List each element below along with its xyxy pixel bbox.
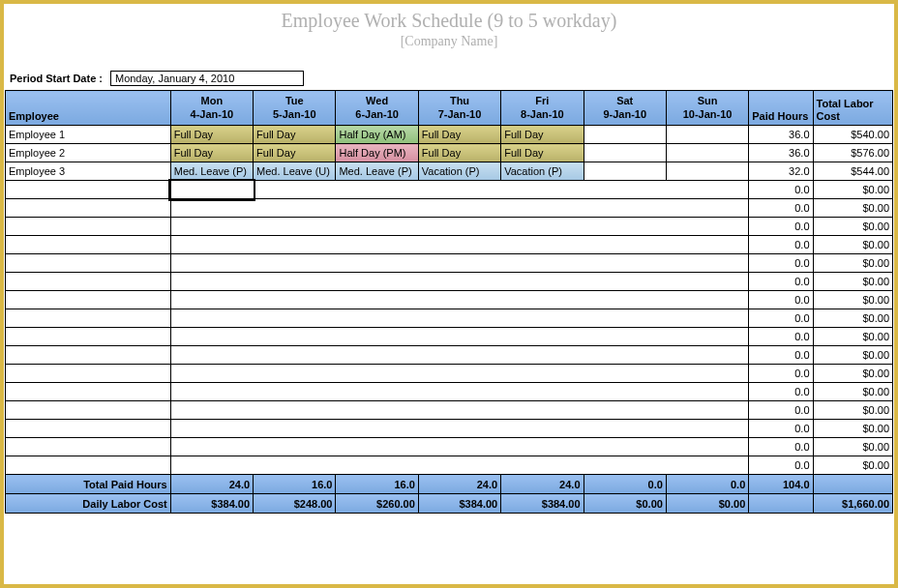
paid-hours-cell[interactable]: 0.0 xyxy=(749,346,813,365)
schedule-cell[interactable] xyxy=(666,162,748,181)
schedule-cell[interactable] xyxy=(170,420,253,438)
schedule-cell[interactable] xyxy=(418,346,500,365)
schedule-cell[interactable] xyxy=(336,456,418,475)
schedule-cell[interactable] xyxy=(666,401,748,420)
paid-hours-cell[interactable]: 0.0 xyxy=(749,328,813,346)
schedule-cell[interactable] xyxy=(254,420,336,438)
schedule-cell[interactable] xyxy=(418,199,500,218)
labor-cost-cell[interactable]: $544.00 xyxy=(813,162,892,181)
schedule-cell[interactable] xyxy=(254,456,336,475)
period-start-date-input[interactable]: Monday, January 4, 2010 xyxy=(110,71,304,86)
schedule-cell[interactable]: Full Day xyxy=(418,126,500,144)
labor-cost-cell[interactable]: $0.00 xyxy=(813,346,892,365)
total-cell[interactable]: 16.0 xyxy=(254,475,336,494)
labor-cost-cell[interactable]: $0.00 xyxy=(813,456,892,475)
schedule-cell[interactable] xyxy=(584,162,666,181)
total-cell[interactable]: 0.0 xyxy=(666,475,748,494)
schedule-cell[interactable] xyxy=(336,383,418,401)
schedule-cell[interactable] xyxy=(254,365,336,383)
schedule-cell[interactable] xyxy=(254,236,336,254)
schedule-cell[interactable] xyxy=(170,438,253,456)
total-cell[interactable]: 24.0 xyxy=(170,475,253,494)
col-labor-cost[interactable]: Total Labor Cost xyxy=(813,91,892,126)
schedule-cell[interactable] xyxy=(170,383,253,401)
schedule-cell[interactable] xyxy=(666,328,748,346)
schedule-cell[interactable] xyxy=(666,273,748,291)
schedule-cell[interactable] xyxy=(666,291,748,309)
schedule-cell[interactable] xyxy=(418,291,500,309)
schedule-cell[interactable] xyxy=(584,438,666,456)
total-cell[interactable]: $248.00 xyxy=(254,494,336,514)
schedule-cell[interactable]: Vacation (P) xyxy=(418,162,500,181)
schedule-cell[interactable] xyxy=(418,236,500,254)
schedule-cell[interactable]: Full Day xyxy=(254,126,336,144)
employee-name-cell[interactable] xyxy=(6,236,171,254)
paid-hours-cell[interactable]: 0.0 xyxy=(749,236,813,254)
schedule-cell[interactable] xyxy=(254,218,336,236)
schedule-cell[interactable] xyxy=(584,401,666,420)
schedule-cell[interactable] xyxy=(254,383,336,401)
schedule-cell[interactable] xyxy=(666,383,748,401)
schedule-cell[interactable] xyxy=(501,199,584,218)
schedule-cell[interactable] xyxy=(666,181,748,199)
schedule-cell[interactable] xyxy=(170,309,253,328)
schedule-cell[interactable] xyxy=(336,291,418,309)
total-cell[interactable]: $1,660.00 xyxy=(813,494,892,514)
schedule-cell[interactable] xyxy=(254,199,336,218)
schedule-cell[interactable] xyxy=(666,420,748,438)
col-thu[interactable]: Thu7-Jan-10 xyxy=(418,91,500,126)
schedule-cell[interactable] xyxy=(501,273,584,291)
employee-name-cell[interactable]: Employee 1 xyxy=(6,126,171,144)
schedule-cell[interactable] xyxy=(418,273,500,291)
employee-name-cell[interactable] xyxy=(6,218,171,236)
col-tue[interactable]: Tue5-Jan-10 xyxy=(254,91,336,126)
schedule-cell[interactable]: Med. Leave (P) xyxy=(336,162,418,181)
schedule-cell[interactable] xyxy=(254,291,336,309)
schedule-cell[interactable] xyxy=(336,254,418,273)
schedule-cell[interactable] xyxy=(254,438,336,456)
schedule-cell[interactable] xyxy=(170,199,253,218)
schedule-cell[interactable] xyxy=(418,218,500,236)
schedule-cell[interactable]: Full Day xyxy=(418,144,500,162)
schedule-cell[interactable] xyxy=(584,420,666,438)
schedule-cell[interactable] xyxy=(336,273,418,291)
schedule-cell[interactable] xyxy=(666,365,748,383)
labor-cost-cell[interactable]: $0.00 xyxy=(813,254,892,273)
schedule-cell[interactable] xyxy=(254,181,336,199)
schedule-cell[interactable] xyxy=(584,383,666,401)
schedule-cell[interactable] xyxy=(666,218,748,236)
labor-cost-cell[interactable]: $576.00 xyxy=(813,144,892,162)
col-wed[interactable]: Wed6-Jan-10 xyxy=(336,91,418,126)
employee-name-cell[interactable] xyxy=(6,456,171,475)
paid-hours-cell[interactable]: 0.0 xyxy=(749,401,813,420)
labor-cost-cell[interactable]: $540.00 xyxy=(813,126,892,144)
employee-name-cell[interactable] xyxy=(6,346,171,365)
paid-hours-cell[interactable]: 0.0 xyxy=(749,456,813,475)
schedule-cell[interactable] xyxy=(666,456,748,475)
schedule-cell[interactable] xyxy=(501,309,584,328)
paid-hours-cell[interactable]: 0.0 xyxy=(749,383,813,401)
labor-cost-cell[interactable]: $0.00 xyxy=(813,181,892,199)
employee-name-cell[interactable] xyxy=(6,181,171,199)
paid-hours-cell[interactable]: 0.0 xyxy=(749,218,813,236)
schedule-cell[interactable] xyxy=(666,199,748,218)
schedule-cell[interactable] xyxy=(418,309,500,328)
schedule-cell[interactable]: Full Day xyxy=(254,144,336,162)
schedule-cell[interactable] xyxy=(336,199,418,218)
schedule-cell[interactable] xyxy=(336,181,418,199)
schedule-cell[interactable]: Med. Leave (P) xyxy=(170,162,253,181)
total-cell[interactable]: 16.0 xyxy=(336,475,418,494)
employee-name-cell[interactable] xyxy=(6,328,171,346)
schedule-cell[interactable] xyxy=(501,291,584,309)
schedule-cell[interactable] xyxy=(336,438,418,456)
paid-hours-cell[interactable]: 36.0 xyxy=(749,144,813,162)
paid-hours-cell[interactable]: 0.0 xyxy=(749,291,813,309)
schedule-cell[interactable] xyxy=(584,273,666,291)
total-cell[interactable]: $384.00 xyxy=(501,494,584,514)
schedule-cell[interactable] xyxy=(170,346,253,365)
total-cell[interactable]: 24.0 xyxy=(501,475,584,494)
schedule-cell[interactable] xyxy=(170,401,253,420)
schedule-cell[interactable] xyxy=(336,328,418,346)
schedule-cell[interactable] xyxy=(584,126,666,144)
schedule-cell[interactable]: Med. Leave (U) xyxy=(254,162,336,181)
